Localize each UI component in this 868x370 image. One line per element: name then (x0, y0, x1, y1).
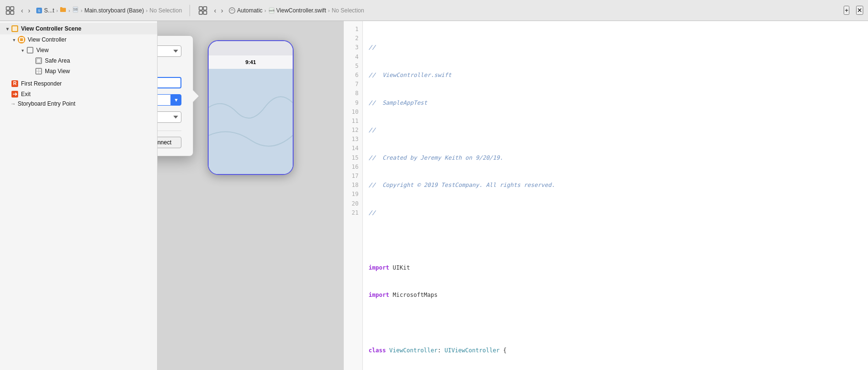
vc-icon (17, 35, 26, 44)
breadcrumb-automatic[interactable]: Automatic (229, 7, 262, 14)
nav-back-right[interactable]: ‹ (212, 6, 218, 15)
safe-area-icon (34, 56, 43, 65)
iphone-status-bar: 9:41 (209, 55, 293, 69)
tree-item-exit[interactable]: Exit (0, 89, 157, 99)
code-line-1: // (369, 43, 862, 52)
storage-select[interactable]: Weak Strong (158, 111, 181, 123)
line-num-18: 18 (344, 181, 362, 190)
tree-item-scene[interactable]: ▾ View Controller Scene (0, 23, 157, 34)
tree-item-viewcontroller[interactable]: ▾ View Controller (0, 34, 157, 45)
line-num-20: 20 (344, 199, 362, 208)
line-num-5: 5 (344, 62, 362, 71)
safe-area-label: Safe Area (45, 57, 70, 64)
line-num-14: 14 (344, 144, 362, 153)
iphone-mockup: 9:41 (208, 40, 294, 175)
code-content[interactable]: // // ViewController.swift // SampleAppT… (363, 21, 868, 370)
iphone-map-area (209, 69, 293, 174)
svg-point-12 (229, 8, 235, 13)
line-num-21: 21 (344, 208, 362, 218)
breadcrumb-folder[interactable] (60, 7, 66, 14)
svg-rect-10 (199, 11, 202, 14)
disclosure-vc[interactable]: ▾ (11, 37, 17, 43)
disclosure-view[interactable]: ▾ (19, 48, 26, 53)
svg-rect-2 (6, 11, 10, 14)
grid-icon-left[interactable] (5, 5, 15, 16)
svg-rect-9 (203, 7, 207, 10)
line-numbers: 1 2 3 4 5 6 7 8 9 10 11 12 13 14 15 16 1… (344, 21, 363, 370)
line-num-12: 12 (344, 126, 362, 135)
svg-point-17 (18, 36, 25, 44)
code-line-7: // (369, 208, 862, 218)
exit-label: Exit (21, 91, 31, 98)
connection-dialog: Connection Outlet Action Outlet Collecti… (158, 35, 193, 156)
line-num-6: 6 (344, 71, 362, 80)
type-input[interactable] (158, 94, 171, 106)
line-num-9: 9 (344, 98, 362, 108)
type-row-container: ▾ (158, 94, 181, 106)
grid-icon-right[interactable] (198, 5, 208, 16)
svg-rect-8 (199, 7, 202, 10)
name-row: Name (158, 77, 181, 88)
breadcrumb-item-1[interactable]: S S...t (36, 7, 54, 14)
line-num-1: 1 (344, 25, 362, 34)
tree-item-map-view[interactable]: Map View (0, 66, 157, 76)
view-icon (26, 46, 34, 54)
breadcrumb-storyboard[interactable]: Main.storyboard (Base) (85, 7, 144, 14)
svg-text:R: R (13, 81, 17, 86)
entry-point-arrow-icon: → (11, 101, 16, 107)
svg-rect-0 (6, 7, 10, 10)
exit-icon (11, 90, 19, 98)
connection-select[interactable]: Outlet Action Outlet Collection (158, 45, 181, 57)
breadcrumb-file[interactable]: SB (72, 6, 79, 14)
line-num-4: 4 (344, 53, 362, 62)
close-editor-button[interactable]: ✕ (856, 6, 863, 15)
code-line-2: // ViewController.swift (369, 71, 862, 80)
left-panel-navigator: ▾ View Controller Scene ▾ View Controlle… (0, 21, 158, 370)
breadcrumb-left: S S...t › › SB › Main.storyboard (Base) … (36, 6, 182, 14)
add-tab-button[interactable]: + (844, 6, 849, 15)
map-view-label: Map View (45, 68, 70, 75)
tree-item-view[interactable]: ▾ View (0, 45, 157, 55)
nav-buttons-right: ‹ › (212, 6, 225, 15)
line-num-13: 13 (344, 135, 362, 144)
dialog-buttons: Cancel Connect (158, 131, 181, 148)
svg-rect-26 (209, 70, 293, 173)
middle-panel-canvas: 9:41 Connection (158, 21, 344, 370)
tree-item-entry-point[interactable]: → Storyboard Entry Point (0, 99, 157, 108)
nav-buttons-left: ‹ › (19, 6, 32, 15)
code-line-4: // (369, 126, 862, 135)
svg-text:S: S (38, 9, 41, 13)
editor-area: 1 2 3 4 5 6 7 8 9 10 11 12 13 14 15 16 1… (344, 21, 868, 370)
line-num-15: 15 (344, 153, 362, 163)
iphone-time: 9:41 (245, 59, 256, 65)
breadcrumb-swift-file[interactable]: swift ViewController.swift (268, 7, 326, 14)
line-num-3: 3 (344, 43, 362, 52)
scene-icon (11, 24, 19, 33)
line-num-10: 10 (344, 108, 362, 117)
name-input[interactable] (158, 77, 181, 88)
code-line-6: // Copyright © 2019 TestCompany. All rig… (369, 181, 862, 190)
code-line-9: import UIKit (369, 263, 862, 272)
svg-rect-19 (27, 47, 33, 53)
object-row: Object View Controller (158, 63, 181, 71)
line-num-8: 8 (344, 89, 362, 98)
disclosure-scene[interactable]: ▾ (4, 26, 11, 32)
line-num-7: 7 (344, 80, 362, 89)
connect-button[interactable]: Connect (158, 137, 181, 148)
code-line-3: // SampleAppTest (369, 98, 862, 108)
entry-point-label: Storyboard Entry Point (18, 100, 75, 107)
nav-forward-left[interactable]: › (26, 6, 32, 15)
nav-forward-right[interactable]: › (219, 6, 225, 15)
type-row: Type ▾ (158, 94, 181, 106)
connection-row: Connection Outlet Action Outlet Collecti… (158, 45, 181, 57)
svg-text:swift: swift (269, 9, 275, 12)
nav-back-left[interactable]: ‹ (19, 6, 25, 15)
first-responder-icon: R (11, 79, 19, 88)
storage-row: Storage Weak Strong (158, 111, 181, 123)
tree-item-safe-area[interactable]: Safe Area (0, 55, 157, 66)
code-line-5: // Created by Jeremy Keith on 9/20/19. (369, 153, 862, 163)
line-num-11: 11 (344, 117, 362, 126)
type-dropdown-button[interactable]: ▾ (171, 94, 181, 106)
breadcrumb-right: Automatic › swift ViewController.swift ›… (229, 7, 364, 14)
tree-item-first-responder[interactable]: R First Responder (0, 78, 157, 89)
